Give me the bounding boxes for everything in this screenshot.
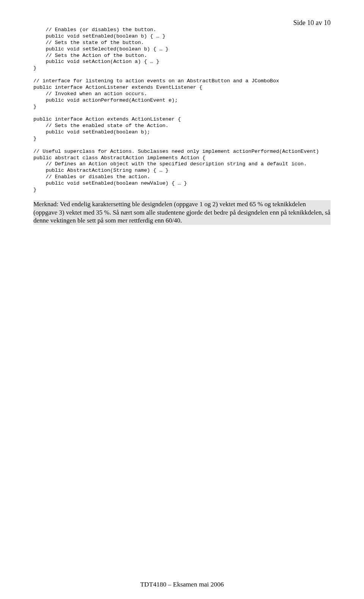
code-block: // Enables (or disables) the button. pub…	[33, 27, 331, 193]
remark-note: Merknad: Ved endelig karaktersetting ble…	[33, 200, 331, 225]
page-footer: TDT4180 – Eksamen mai 2006	[0, 580, 364, 588]
page-number: Side 10 av 10	[33, 19, 331, 27]
